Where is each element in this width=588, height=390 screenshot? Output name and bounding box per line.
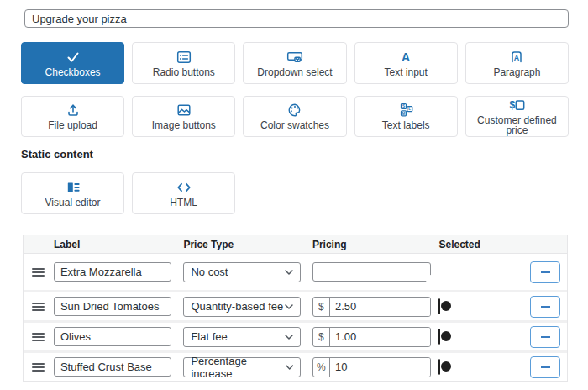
field-type-label: Text labels xyxy=(382,120,430,130)
price-type-select[interactable]: Flat fee xyxy=(183,327,301,347)
minus-icon xyxy=(541,336,550,338)
field-type-label: Checkboxes xyxy=(45,67,101,77)
static-button-label: Visual editor xyxy=(45,198,101,208)
field-type-text-input-button[interactable]: A Text input xyxy=(354,42,458,84)
toggle-knob xyxy=(426,275,436,285)
svg-text:$: $ xyxy=(509,99,515,111)
options-table: Label Price Type Pricing Selected No cos… xyxy=(23,235,568,382)
option-row: Flat fee $ xyxy=(24,320,567,350)
letter-a-icon: A xyxy=(398,50,413,65)
toggle-knob xyxy=(441,301,451,311)
price-type-value: Flat fee xyxy=(191,330,227,343)
remove-row-button[interactable] xyxy=(530,356,560,378)
field-type-paragraph-button[interactable]: A Paragraph xyxy=(465,42,569,84)
drag-handle[interactable] xyxy=(32,361,45,374)
dropdown-box-icon xyxy=(286,50,303,65)
paragraph-a-icon: A xyxy=(509,50,524,65)
pricing-field: % xyxy=(312,357,431,377)
toggle-knob xyxy=(441,361,451,372)
pricing-field: $ xyxy=(312,327,431,347)
svg-text:A: A xyxy=(514,53,520,61)
price-type-select[interactable]: Quantity-based fee xyxy=(183,297,301,317)
field-type-dropdown-select-button[interactable]: Dropdown select xyxy=(243,42,346,84)
remove-row-button[interactable] xyxy=(530,261,560,283)
price-type-select[interactable]: Percentage increase xyxy=(183,357,301,377)
checkmark-icon xyxy=(66,50,81,65)
options-table-header: Label Price Type Pricing Selected xyxy=(24,235,567,254)
option-label-input[interactable] xyxy=(54,327,171,346)
option-label-input[interactable] xyxy=(54,357,171,377)
field-type-radio-buttons-button[interactable]: Radio buttons xyxy=(132,42,235,84)
percent-prefix: % xyxy=(313,358,330,377)
option-row: Percentage increase % xyxy=(24,350,567,381)
field-type-text-labels-button[interactable]: S L M Text labels xyxy=(354,96,458,137)
drag-handle[interactable] xyxy=(32,300,45,314)
field-type-label: Dropdown select xyxy=(257,67,332,77)
drag-handle[interactable] xyxy=(32,330,45,344)
chevron-down-icon xyxy=(285,335,293,340)
dollar-box-icon: $ xyxy=(509,98,525,113)
chevron-down-icon xyxy=(286,365,293,370)
option-label-input[interactable] xyxy=(54,262,171,282)
pricing-input[interactable] xyxy=(330,298,430,316)
image-icon xyxy=(176,103,192,118)
svg-text:M: M xyxy=(402,112,406,116)
palette-icon xyxy=(287,103,302,118)
visual-editor-icon xyxy=(66,180,81,195)
toggle-knob xyxy=(441,331,451,341)
static-html-button[interactable]: HTML xyxy=(132,172,235,214)
option-row: No cost xyxy=(24,254,567,290)
option-row: Quantity-based fee $ xyxy=(24,290,567,320)
upload-icon xyxy=(66,103,81,118)
static-content-row: Visual editor HTML xyxy=(21,172,235,214)
static-visual-editor-button[interactable]: Visual editor xyxy=(21,172,124,214)
remove-row-button[interactable] xyxy=(530,326,560,348)
currency-prefix: $ xyxy=(313,328,330,346)
drag-handle[interactable] xyxy=(32,266,45,279)
code-brackets-icon xyxy=(176,180,192,195)
pricing-input[interactable] xyxy=(330,328,430,346)
field-type-file-upload-button[interactable]: File upload xyxy=(21,96,124,137)
column-header-label: Label xyxy=(54,239,184,250)
pricing-input[interactable] xyxy=(312,262,431,282)
option-name-input[interactable] xyxy=(24,9,569,28)
field-type-row-1: Checkboxes Radio buttons Dropdown select… xyxy=(21,42,569,84)
svg-text:L: L xyxy=(409,107,412,111)
pricing-input[interactable] xyxy=(330,358,430,377)
remove-row-button[interactable] xyxy=(530,296,560,318)
column-header-price-type: Price Type xyxy=(183,239,312,250)
minus-icon xyxy=(541,366,550,368)
field-type-label: Customer defined price xyxy=(466,115,568,135)
field-type-label: File upload xyxy=(48,120,97,130)
price-type-value: Quantity-based fee xyxy=(191,300,283,313)
price-type-value: No cost xyxy=(191,266,228,278)
field-type-label: Color swatches xyxy=(260,120,329,130)
field-type-checkboxes-button[interactable]: Checkboxes xyxy=(21,42,124,84)
field-type-image-buttons-button[interactable]: Image buttons xyxy=(132,96,235,137)
price-type-value: Percentage increase xyxy=(191,355,286,380)
field-type-label: Text input xyxy=(385,67,428,77)
svg-text:S: S xyxy=(402,104,406,108)
field-type-color-swatches-button[interactable]: Color swatches xyxy=(243,96,346,137)
column-header-selected: Selected xyxy=(438,239,530,250)
option-label-input[interactable] xyxy=(54,297,171,316)
selected-toggle[interactable] xyxy=(438,298,440,314)
field-type-row-2: File upload Image buttons Color swatches xyxy=(21,96,569,137)
selected-toggle[interactable] xyxy=(438,329,440,345)
static-content-heading: Static content xyxy=(21,148,93,161)
column-header-pricing: Pricing xyxy=(312,239,439,250)
size-labels-icon: S L M xyxy=(398,103,413,118)
field-type-label: Image buttons xyxy=(152,120,216,130)
chevron-down-icon xyxy=(285,304,293,309)
field-type-label: Paragraph xyxy=(493,67,540,77)
static-button-label: HTML xyxy=(170,198,197,208)
svg-text:A: A xyxy=(402,50,410,63)
field-type-label: Radio buttons xyxy=(153,67,215,77)
pricing-field: $ xyxy=(312,297,431,317)
field-type-customer-defined-price-button[interactable]: $ Customer defined price xyxy=(465,96,569,137)
minus-icon xyxy=(541,271,550,273)
selected-toggle[interactable] xyxy=(438,359,440,375)
minus-icon xyxy=(541,306,550,308)
currency-prefix: $ xyxy=(313,298,330,316)
price-type-select[interactable]: No cost xyxy=(183,262,301,282)
